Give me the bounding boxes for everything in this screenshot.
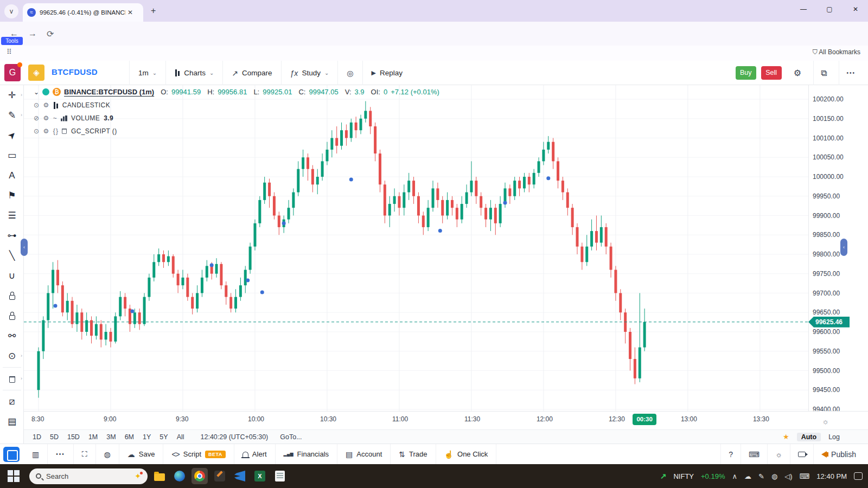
eye-icon[interactable]: ⊙ (34, 127, 39, 135)
forward-icon[interactable]: → (28, 29, 37, 38)
taskbar-search[interactable]: Search ✦ (29, 468, 148, 484)
publish-button[interactable]: Publish (813, 444, 864, 465)
interval-dropdown[interactable]: 1m ⌄ (129, 61, 165, 85)
range-1y[interactable]: 1Y (143, 433, 151, 441)
locale-button[interactable]: ◍ (96, 444, 119, 465)
auto-scale-button[interactable]: Auto (797, 433, 821, 441)
price-axis[interactable]: 100200.00100150.00100100.00100050.001000… (808, 85, 868, 411)
ideas-bulb-icon[interactable]: ☼ (767, 444, 790, 465)
ruler-tool[interactable]: ⧄ (0, 391, 24, 412)
tray-cloud-icon[interactable]: ☁ (744, 472, 751, 480)
alert-button[interactable]: Alert (234, 444, 276, 465)
apps-grid-icon[interactable]: ⠿ (7, 48, 12, 56)
shape-tool[interactable]: ▭ (0, 145, 24, 165)
eye-icon[interactable]: ⊙ (34, 101, 39, 109)
save-button[interactable]: ☁ Save (119, 444, 164, 465)
help-icon[interactable]: ? (720, 444, 741, 465)
vscode-icon[interactable] (232, 468, 248, 484)
study-dropdown[interactable]: ƒx Study ⌄ (281, 61, 338, 85)
range-6m[interactable]: 6M (125, 433, 134, 441)
financials-button[interactable]: ▂▄▆ Financials (276, 444, 338, 465)
gear-icon[interactable]: ⚙ (43, 101, 49, 109)
one-click-button[interactable]: ☝ One Click (436, 444, 497, 465)
account-button[interactable]: ▤ Account (337, 444, 391, 465)
gear-icon[interactable]: ⚙ (43, 114, 49, 122)
tray-network-icon[interactable]: ◍ (771, 472, 777, 480)
notification-center-icon[interactable] (854, 472, 863, 480)
log-scale-button[interactable]: Log (828, 433, 840, 441)
more-layouts-button[interactable]: ••• (48, 444, 74, 465)
buy-button[interactable]: Buy (736, 66, 756, 80)
layers-icon[interactable]: ⧉ (813, 61, 834, 85)
tab-search-button[interactable]: v (4, 4, 18, 18)
range-5d[interactable]: 5D (50, 433, 59, 441)
axis-settings-icon[interactable]: ☼ (822, 417, 829, 426)
gocharting-logo[interactable]: G (4, 64, 21, 81)
indicator-row-candlestick[interactable]: ⊙ ⚙ CANDLESTICK (34, 101, 439, 109)
nifty-ticker[interactable]: NIFTY (673, 472, 694, 480)
delete-tool[interactable]: › (0, 369, 24, 389)
layout-button[interactable] (3, 447, 20, 462)
range-5y[interactable]: 5Y (159, 433, 168, 441)
clock-text[interactable]: 12:40:29 (UTC+05:30) (201, 433, 269, 441)
range-1m[interactable]: 1M (88, 433, 98, 441)
video-icon[interactable] (790, 444, 813, 465)
indicator-row-script[interactable]: ⊙ ⚙ { } GC_SCRIPT () (34, 127, 439, 135)
chart-area[interactable]: ⌄ ₿ BINANCE:BTCFDUSD (1m) O:99941.59 H:9… (24, 85, 808, 411)
charts-dropdown[interactable]: Charts ⌄ (165, 61, 222, 85)
multi-layout-button[interactable]: ▥ (24, 444, 48, 465)
pen-tool-icon[interactable] (212, 468, 228, 484)
indicator-row-volume[interactable]: ⊘ ⚙ ~ VOLUME 3.9 (34, 114, 439, 122)
replay-button[interactable]: ▶ Replay (362, 61, 412, 85)
gear-icon[interactable]: ⚙ (43, 127, 49, 135)
window-minimize-button[interactable]: — (791, 0, 816, 18)
tab-close-icon[interactable]: ✕ (127, 9, 133, 16)
sidebar-collapse-button[interactable]: ‹ (21, 239, 28, 256)
flag-tool[interactable]: ⚑ (0, 185, 24, 206)
symbol-title[interactable]: BTCFDUSD (52, 67, 98, 76)
taskbar-clock[interactable]: 12:40 PM (816, 472, 847, 480)
compare-button[interactable]: ↗ Compare (222, 61, 280, 85)
range-1d[interactable]: 1D (33, 433, 41, 441)
settings-gear-icon[interactable]: ⚙ (787, 61, 808, 85)
window-close-button[interactable]: ✕ (843, 0, 868, 18)
notepad-icon[interactable] (272, 468, 288, 484)
range-15d[interactable]: 15D (67, 433, 80, 441)
new-tab-button[interactable]: + (151, 6, 156, 16)
range-3m[interactable]: 3M (106, 433, 116, 441)
eye-off-icon[interactable]: ⊘ (34, 114, 39, 122)
goto-button[interactable]: GoTo... (280, 433, 302, 441)
more-options-icon[interactable]: ••• (839, 61, 863, 85)
magnet-tool[interactable]: ∪ (0, 266, 24, 286)
range-all[interactable]: All (177, 433, 184, 441)
reload-icon[interactable]: ⟳ (47, 29, 54, 39)
link-tool[interactable]: ⚯ (0, 326, 24, 346)
lock-drawings-tool[interactable] (0, 286, 24, 306)
pattern-lines-tool[interactable]: ☰ (0, 206, 24, 226)
notes-tool[interactable]: ▤ (0, 412, 24, 432)
start-button[interactable] (8, 470, 20, 482)
cursor-tool[interactable]: ➤ (0, 125, 24, 145)
time-axis[interactable]: 00:30 ☼ 8:309:009:3010:0010:3011:0011:30… (24, 411, 868, 429)
favorite-scale-star-icon[interactable]: ★ (783, 433, 789, 441)
axis-collapse-button[interactable]: ‹ (840, 239, 847, 256)
trash-icon[interactable] (62, 129, 67, 134)
legend-symbol[interactable]: BINANCE:BTCFDUSD (1m) (64, 88, 154, 96)
snapshot-button[interactable]: ◎ (337, 61, 362, 85)
sell-button[interactable]: Sell (761, 66, 782, 80)
drawing-tool[interactable]: ✎› (0, 105, 24, 125)
text-tool[interactable]: A (0, 165, 24, 185)
explorer-icon[interactable] (151, 468, 168, 484)
chrome-icon[interactable] (192, 468, 208, 484)
tray-pen-icon[interactable]: ✎ (758, 472, 764, 480)
tray-expand-icon[interactable]: ∧ (732, 472, 737, 480)
excel-icon[interactable]: X (252, 468, 268, 484)
legend-collapse-icon[interactable]: ⌄ (34, 88, 39, 96)
fullscreen-button[interactable]: ⛶ (74, 444, 96, 465)
all-bookmarks-button[interactable]: ⛉ All Bookmarks (813, 48, 860, 56)
trade-button[interactable]: ⇅ Trade (391, 444, 436, 465)
script-button[interactable]: <> Script BETA (163, 444, 234, 465)
tray-keyboard-icon[interactable]: ⌨ (800, 472, 810, 480)
lock-tool[interactable] (0, 306, 24, 326)
keyboard-shortcuts-icon[interactable]: ⌨ (741, 444, 767, 465)
